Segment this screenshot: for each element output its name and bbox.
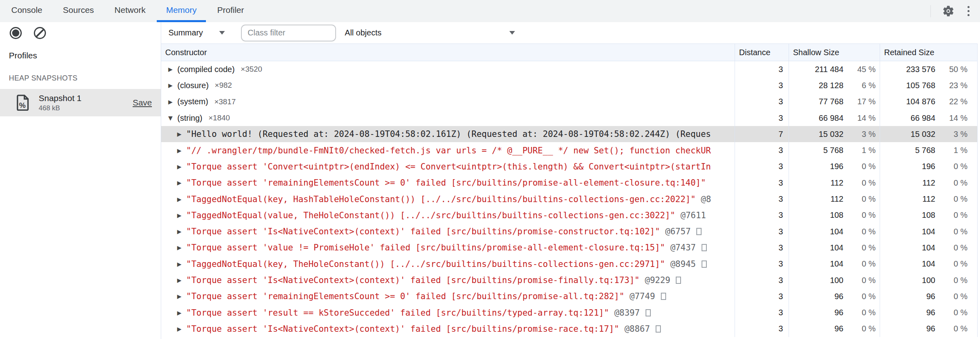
sidebar-toolbar bbox=[0, 22, 161, 43]
size-percent: 0 % bbox=[935, 324, 968, 333]
distance-cell: 3 bbox=[735, 94, 789, 110]
expand-arrow-icon[interactable]: ▶ bbox=[175, 277, 184, 283]
size-percent: 17 % bbox=[843, 97, 876, 106]
string-value: "Torque assert 'Convert<uintptr>(endInde… bbox=[186, 162, 711, 172]
size-percent: 0 % bbox=[843, 243, 876, 252]
table-row[interactable]: ▶"TaggedNotEqual(value, TheHoleConstant(… bbox=[161, 207, 977, 223]
settings-gear-icon[interactable] bbox=[942, 5, 955, 17]
object-id: @7437 bbox=[670, 243, 696, 252]
expand-arrow-icon[interactable]: ▶ bbox=[175, 147, 184, 154]
retained-size-cell: 1120 % bbox=[880, 191, 977, 207]
retained-size-cell: 960 % bbox=[880, 321, 977, 337]
table-row[interactable]: ▶"TaggedNotEqual(key, HashTableHoleConst… bbox=[161, 191, 977, 207]
table-row[interactable]: ▶"Torque assert 'Is<NativeContext>(conte… bbox=[161, 223, 977, 240]
string-value: "Torque assert 'result == kStoreSucceded… bbox=[186, 308, 609, 318]
record-heap-snapshot-icon[interactable] bbox=[10, 27, 22, 39]
column-header-constructor[interactable]: Constructor bbox=[161, 44, 735, 61]
box-glyph-icon bbox=[646, 309, 651, 316]
object-id: @8867 bbox=[625, 324, 650, 334]
distance-cell: 7 bbox=[735, 126, 789, 142]
expand-arrow-icon[interactable]: ▶ bbox=[175, 310, 184, 316]
size-value: 104 bbox=[880, 227, 935, 236]
size-value: 104 876 bbox=[880, 97, 935, 106]
more-options-kebab-icon[interactable] bbox=[966, 4, 971, 18]
class-filter-input[interactable] bbox=[241, 25, 336, 41]
save-snapshot-link[interactable]: Save bbox=[133, 98, 152, 107]
table-row[interactable]: ▶"TaggedNotEqual(key, TheHoleConstant())… bbox=[161, 256, 977, 272]
tab-profiler[interactable]: Profiler bbox=[208, 0, 253, 22]
tab-network[interactable]: Network bbox=[105, 0, 155, 22]
expand-arrow-icon[interactable]: ▶ bbox=[175, 196, 184, 203]
snapshot-list-item[interactable]: % Snapshot 1 468 kB Save bbox=[0, 89, 161, 116]
size-value: 100 bbox=[789, 276, 843, 285]
objects-filter-select[interactable]: All objects bbox=[345, 28, 515, 37]
tab-memory[interactable]: Memory bbox=[157, 0, 206, 22]
table-row[interactable]: ▶"Torque assert 'Is<NativeContext>(conte… bbox=[161, 321, 977, 337]
table-row[interactable]: ▶(system)×3817377 76817 %104 87622 % bbox=[161, 94, 977, 110]
perspective-select-value[interactable]: Summary bbox=[168, 28, 203, 37]
distance-cell: 3 bbox=[735, 191, 789, 207]
retained-size-cell: 5 7681 % bbox=[880, 142, 977, 158]
expand-arrow-icon[interactable]: ▶ bbox=[175, 228, 184, 235]
devtools-tabbar: Console Sources Network Memory Profiler bbox=[0, 0, 980, 22]
size-value: 15 032 bbox=[880, 130, 935, 139]
constructor-cell: ▶"Torque assert 'Is<NativeContext>(conte… bbox=[161, 223, 735, 240]
distance-cell: 3 bbox=[735, 240, 789, 256]
dropdown-arrow-icon[interactable] bbox=[219, 31, 225, 35]
size-percent: 3 % bbox=[935, 130, 968, 139]
expand-arrow-icon[interactable]: ▶ bbox=[175, 293, 184, 300]
retained-size-cell: 104 87622 % bbox=[880, 94, 977, 110]
size-value: 5 768 bbox=[789, 146, 843, 155]
size-value: 96 bbox=[789, 292, 843, 301]
size-value: 66 984 bbox=[789, 114, 843, 123]
size-value: 96 bbox=[789, 308, 843, 317]
size-value: 96 bbox=[880, 292, 935, 301]
table-row[interactable]: ▶"// .wrangler/tmp/bundle-FmNIt0/checked… bbox=[161, 142, 977, 158]
table-row[interactable]: ▶"Torque assert 'result == kStoreSuccede… bbox=[161, 304, 977, 320]
expand-arrow-icon[interactable]: ▶ bbox=[166, 82, 175, 89]
table-row[interactable]: ▶"Torque assert 'Is<NativeContext>(conte… bbox=[161, 272, 977, 288]
expand-arrow-icon[interactable]: ▶ bbox=[175, 261, 184, 267]
column-header-distance[interactable]: Distance bbox=[735, 44, 789, 61]
size-value: 5 768 bbox=[880, 146, 935, 155]
size-value: 104 bbox=[789, 243, 843, 252]
table-row[interactable]: ▶"Torque assert 'remainingElementsCount … bbox=[161, 175, 977, 191]
expand-arrow-icon[interactable]: ▶ bbox=[166, 66, 175, 72]
table-row[interactable]: ▶(closure)×982328 1286 %105 76823 % bbox=[161, 77, 977, 93]
collapse-arrow-icon[interactable]: ▼ bbox=[166, 115, 175, 121]
grid-header-row: Constructor Distance Shallow Size Retain… bbox=[161, 43, 977, 61]
distance-cell: 3 bbox=[735, 288, 789, 304]
expand-arrow-icon[interactable]: ▶ bbox=[175, 163, 184, 170]
table-row[interactable]: ▼(string)×1840366 98414 %66 98414 % bbox=[161, 110, 977, 126]
expand-arrow-icon[interactable]: ▶ bbox=[175, 244, 184, 251]
distance-cell: 3 bbox=[735, 159, 789, 175]
size-percent: 0 % bbox=[935, 162, 968, 171]
shallow-size-cell: 1040 % bbox=[789, 223, 880, 240]
distance-cell: 3 bbox=[735, 110, 789, 126]
table-row[interactable]: ▶"Torque assert 'Convert<uintptr>(endInd… bbox=[161, 159, 977, 175]
string-value: "TaggedNotEqual(key, HashTableHoleConsta… bbox=[186, 194, 696, 204]
clear-profiles-icon[interactable] bbox=[34, 27, 46, 39]
expand-arrow-icon[interactable]: ▶ bbox=[175, 180, 184, 186]
table-row[interactable]: ▶"Hello world! (Requested at: 2024-08-19… bbox=[161, 126, 977, 142]
expand-arrow-icon[interactable]: ▶ bbox=[175, 131, 184, 137]
string-value: "// .wrangler/tmp/bundle-FmNIt0/checked-… bbox=[186, 146, 711, 155]
tab-console[interactable]: Console bbox=[2, 0, 52, 22]
expand-arrow-icon[interactable]: ▶ bbox=[175, 326, 184, 332]
size-percent: 0 % bbox=[843, 227, 876, 236]
size-percent: 6 % bbox=[843, 81, 876, 90]
tab-sources[interactable]: Sources bbox=[54, 0, 103, 22]
column-header-retained-size[interactable]: Retained Size bbox=[880, 44, 977, 61]
column-header-shallow-size[interactable]: Shallow Size bbox=[789, 44, 880, 61]
objects-filter-value: All objects bbox=[345, 28, 382, 37]
size-percent: 0 % bbox=[843, 308, 876, 317]
table-row[interactable]: ▶"Torque assert 'value != PromiseHole' f… bbox=[161, 240, 977, 256]
table-row[interactable]: ▶"Torque assert 'remainingElementsCount … bbox=[161, 288, 977, 304]
size-value: 233 576 bbox=[880, 65, 935, 74]
size-value: 105 768 bbox=[880, 81, 935, 90]
expand-arrow-icon[interactable]: ▶ bbox=[175, 212, 184, 219]
expand-arrow-icon[interactable]: ▶ bbox=[166, 99, 175, 105]
size-value: 104 bbox=[789, 259, 843, 269]
table-row[interactable]: ▶(compiled code)×35203211 48445 %233 576… bbox=[161, 61, 977, 77]
svg-text:%: % bbox=[19, 101, 25, 110]
